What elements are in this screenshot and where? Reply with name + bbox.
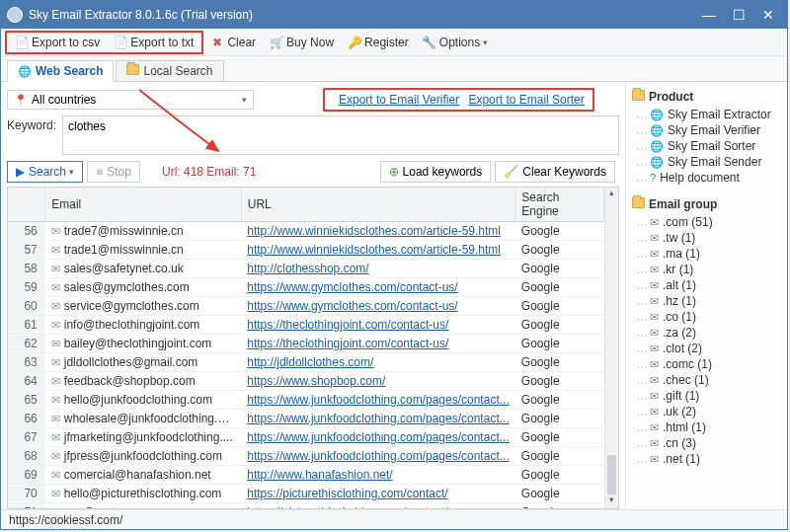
row-url-link[interactable]: https://picturethisclothing.com/contact/ xyxy=(247,487,447,500)
sidebar-product-item[interactable]: …🌐Sky Email Extractor xyxy=(636,107,781,122)
sidebar-group-item[interactable]: …✉.za (2) xyxy=(636,325,781,341)
row-url-link[interactable]: https://www.junkfoodclothing.com/pages/c… xyxy=(247,412,509,425)
export-sorter-link[interactable]: Export to Email Sorter xyxy=(468,93,584,107)
table-row[interactable]: 68✉jfpress@junkfoodclothing.comhttps://w… xyxy=(8,447,604,466)
sidebar-group-item[interactable]: …✉.ma (1) xyxy=(636,246,781,262)
options-label: Options xyxy=(439,36,480,49)
col-email[interactable]: Email xyxy=(45,188,241,222)
register-button[interactable]: 🔑 Register xyxy=(342,34,415,51)
sidebar-group-item[interactable]: …✉.alt (1) xyxy=(636,277,781,293)
stop-button[interactable]: ■ Stop xyxy=(87,161,140,183)
table-row[interactable]: 70✉hello@picturethisclothing.comhttps://… xyxy=(8,485,604,503)
table-row[interactable]: 62✉bailey@theclothingjoint.comhttps://th… xyxy=(8,335,604,353)
controls-row: ▶ Search ▾ ■ Stop Url: 418 Email: 71 ⊕ L… xyxy=(7,161,619,183)
table-row[interactable]: 71✉you@party.comhttps://picturethiscloth… xyxy=(8,503,604,509)
sidebar-group-item[interactable]: …✉.co (1) xyxy=(636,309,781,325)
row-url-link[interactable]: https://www.junkfoodclothing.com/pages/c… xyxy=(247,430,509,444)
mail-icon: ✉ xyxy=(51,319,60,331)
maximize-button[interactable]: ☐ xyxy=(724,4,753,26)
row-url: http://www.winniekidsclothes.com/article… xyxy=(241,241,515,260)
mail-icon: ✉ xyxy=(650,421,659,434)
sidebar-product-item[interactable]: …🌐Sky Email Sorter xyxy=(636,138,781,154)
row-url-link[interactable]: https://picturethisclothing.com/contact/ xyxy=(247,505,447,508)
sidebar-group-item[interactable]: …✉.hz (1) xyxy=(636,293,781,309)
row-url: http://clothesshop.com/ xyxy=(241,260,515,278)
globe-icon: 🌐 xyxy=(650,140,664,153)
row-url-link[interactable]: https://www.shopbop.com/ xyxy=(247,374,385,388)
table-row[interactable]: 67✉jfmarketing@junkfoodclothing....https… xyxy=(8,428,604,447)
sidebar-group-item[interactable]: …✉.chec (1) xyxy=(636,372,781,388)
tab-web-search[interactable]: 🌐 Web Search xyxy=(7,60,114,82)
sidebar-product-item[interactable]: …🌐Sky Email Sender xyxy=(636,154,781,170)
table-row[interactable]: 57✉trade1@misswinnie.cnhttp://www.winnie… xyxy=(8,241,604,260)
sidebar-group-item[interactable]: …✉.kr (1) xyxy=(636,262,781,277)
sidebar-group-item[interactable]: …✉.gift (1) xyxy=(636,388,781,404)
row-url-link[interactable]: https://www.gymclothes.com/contact-us/ xyxy=(247,280,457,294)
row-url-link[interactable]: https://www.junkfoodclothing.com/pages/c… xyxy=(247,449,509,463)
buy-now-button[interactable]: 🛒 Buy Now xyxy=(264,34,340,51)
col-engine[interactable]: Search Engine xyxy=(515,188,604,222)
export-verifier-link[interactable]: Export to Email Verifier xyxy=(339,93,459,107)
row-url-link[interactable]: http://www.winniekidsclothes.com/article… xyxy=(247,243,501,257)
table-row[interactable]: 59✉sales@gymclothes.comhttps://www.gymcl… xyxy=(8,278,604,297)
sidebar-group-item[interactable]: …✉.html (1) xyxy=(636,419,781,435)
globe-icon: 🌐 xyxy=(650,156,664,169)
row-url: https://picturethisclothing.com/contact/ xyxy=(241,503,515,509)
sidebar-group-item[interactable]: …✉.clot (2) xyxy=(636,341,781,356)
col-index[interactable] xyxy=(8,188,45,222)
sidebar-group-item[interactable]: …✉.uk (2) xyxy=(636,404,781,419)
close-button[interactable]: ✕ xyxy=(753,4,783,26)
sidebar-product-item[interactable]: …🌐Sky Email Verifier xyxy=(636,122,781,138)
export-csv-button[interactable]: 📄 Export to csv xyxy=(9,34,106,51)
table-row[interactable]: 65✉hello@junkfoodclothing.comhttps://www… xyxy=(8,391,604,410)
minimize-button[interactable]: — xyxy=(694,4,724,26)
results-table-scroll[interactable]: Email URL Search Engine 56✉trade7@misswi… xyxy=(8,188,604,508)
table-row[interactable]: 64✉feedback@shopbop.comhttps://www.shopb… xyxy=(8,372,604,391)
table-row[interactable]: 60✉service@gymclothes.comhttps://www.gym… xyxy=(8,297,604,316)
row-url-link[interactable]: http://www.hanafashion.net/ xyxy=(247,468,392,482)
row-url-link[interactable]: http://jdldollclothes.com/ xyxy=(247,355,373,369)
scroll-up-icon[interactable]: ▴ xyxy=(605,188,618,201)
tab-local-search[interactable]: Local Search xyxy=(116,60,223,81)
row-url-link[interactable]: http://www.winniekidsclothes.com/article… xyxy=(247,224,501,238)
row-email: ✉feedback@shopbop.com xyxy=(45,372,241,391)
row-url-link[interactable]: https://theclothingjoint.com/contact-us/ xyxy=(247,337,448,350)
row-url-link[interactable]: https://www.gymclothes.com/contact-us/ xyxy=(247,299,457,313)
load-keywords-button[interactable]: ⊕ Load keywords xyxy=(380,161,492,183)
country-dropdown[interactable]: 📍 All countries ▾ xyxy=(7,90,254,110)
table-row[interactable]: 61✉info@theclothingjoint.comhttps://thec… xyxy=(8,316,604,335)
sidebar-item-label: Sky Email Verifier xyxy=(668,123,760,137)
scroll-thumb[interactable] xyxy=(607,455,616,494)
keyword-row: Keyword: clothes xyxy=(7,115,619,155)
sidebar-group-item[interactable]: …✉.com (51) xyxy=(636,214,781,230)
sidebar-group-item[interactable]: …✉.cn (3) xyxy=(636,435,781,451)
table-row[interactable]: 63✉jdldollclothes@gmail.comhttp://jdldol… xyxy=(8,353,604,372)
row-url-link[interactable]: https://theclothingjoint.com/contact-us/ xyxy=(247,318,448,332)
search-button[interactable]: ▶ Search ▾ xyxy=(7,161,83,183)
sidebar-group-item[interactable]: …✉.net (1) xyxy=(636,451,781,467)
export-txt-button[interactable]: 📄 Export to txt xyxy=(108,34,199,51)
sidebar-group-item[interactable]: …✉.tw (1) xyxy=(636,230,781,246)
row-index: 64 xyxy=(8,372,45,391)
folder-icon xyxy=(632,90,645,104)
options-button[interactable]: 🔧 Options ▾ xyxy=(417,34,494,51)
vertical-scrollbar[interactable]: ▴ ▾ xyxy=(604,188,618,508)
mail-icon: ✉ xyxy=(650,327,659,340)
clear-button[interactable]: ✖ Clear xyxy=(204,34,262,51)
table-row[interactable]: 56✉trade7@misswinnie.cnhttp://www.winnie… xyxy=(8,222,604,241)
sidebar-group-item[interactable]: …✉.comc (1) xyxy=(636,356,781,372)
sidebar-product-item[interactable]: …?Help document xyxy=(636,170,781,186)
play-icon: ▶ xyxy=(16,165,25,179)
keyword-input[interactable]: clothes xyxy=(62,115,619,155)
table-row[interactable]: 69✉comercial@hanafashion.nethttp://www.h… xyxy=(8,466,604,485)
clear-keywords-button[interactable]: 🧹 Clear Keywords xyxy=(495,161,615,183)
scroll-down-icon[interactable]: ▾ xyxy=(605,494,618,508)
row-url-link[interactable]: http://clothesshop.com/ xyxy=(247,262,368,275)
tab-web-label: Web Search xyxy=(36,64,103,78)
row-engine: Google xyxy=(515,391,604,410)
table-row[interactable]: 58✉sales@safetynet.co.ukhttp://clothessh… xyxy=(8,260,604,278)
filter-row: 📍 All countries ▾ Export to Email Verifi… xyxy=(7,88,619,112)
table-row[interactable]: 66✉wholesale@junkfoodclothing.co...https… xyxy=(8,410,604,428)
row-url-link[interactable]: https://www.junkfoodclothing.com/pages/c… xyxy=(247,393,509,407)
col-url[interactable]: URL xyxy=(241,188,515,222)
